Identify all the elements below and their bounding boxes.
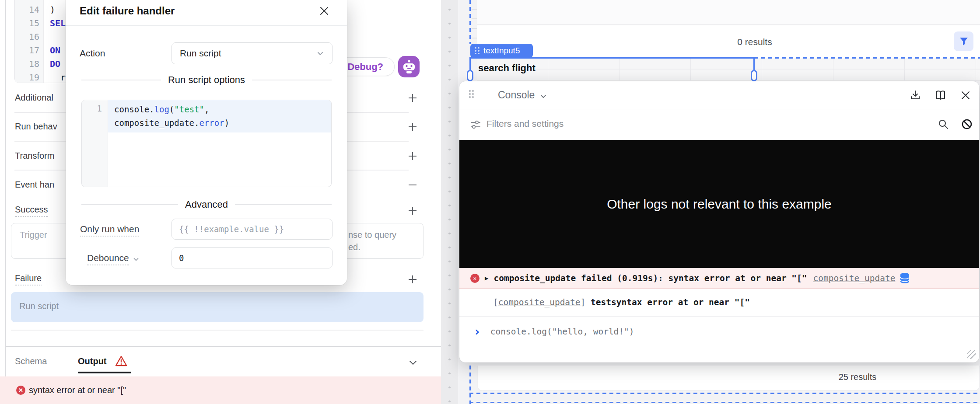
sql-code: DO [50,57,60,71]
filter-button[interactable] [954,31,973,51]
failure-handler-label: Run script [19,301,59,311]
add-button[interactable] [407,121,418,132]
table-grid [477,58,980,81]
filters-sliders-icon[interactable] [470,119,481,130]
drag-handle-icon[interactable] [475,47,480,55]
section-additional[interactable]: Additional [15,93,53,103]
funnel-icon [959,36,969,47]
console-log-placeholder-area: Other logs not relevant to this example [459,140,979,268]
error-log-text: composite_update failed (0.919s): syntax… [494,273,807,283]
console-input-history[interactable]: console.log("hello, world!") [490,327,634,337]
active-tab-underline [78,372,131,373]
output-error-bar: ✕ syntax error at or near "[" [0,376,441,404]
console-error-log-row[interactable]: ✕ ▶ composite_update failed (0.919s): sy… [459,268,979,289]
success-hint-fragment: nse to query ed. [348,229,396,253]
run-script-options-divider: Run script options [81,74,332,86]
trigger-placeholder: Trigger [20,230,47,240]
failure-handler-item[interactable]: Run script [11,292,424,322]
tab-output[interactable]: Output [78,356,107,366]
chevron-down-icon [133,256,140,263]
text-input-value[interactable]: search flight [478,63,536,74]
line-number: 16 [15,30,39,44]
debounce-input[interactable] [172,247,332,268]
console-filters-row: Filters and settings [459,109,979,140]
drag-handle-icon[interactable] [469,90,474,98]
collapse-button[interactable] [407,179,418,191]
code-line: console.log("test", [114,103,209,116]
panel-resize-handle[interactable] [967,350,976,359]
component-label-textinput5[interactable]: textInput5 [470,44,533,58]
console-log-row[interactable]: [composite_update] testsyntax error at o… [459,289,979,316]
chevron-down-icon[interactable] [407,356,419,369]
panel-divider [6,346,441,347]
log-text: testsyntax error at or near "[" [585,297,750,307]
canvas-gutter-dots [441,0,458,404]
section-event-handlers[interactable]: Event han [15,180,54,190]
debounce-label-row[interactable]: Debounce [87,253,140,265]
failure-label: Failure [15,273,42,286]
code-editor-gutter: 1 [82,100,108,187]
advanced-divider: Advanced [81,199,332,210]
output-error-text: syntax error at or near "[" [29,385,126,395]
error-circle-icon: ✕ [16,386,25,395]
table-header-area [477,0,980,25]
divider [11,330,424,331]
output-warning-icon [115,355,128,367]
line-number: 1 [82,104,102,113]
action-label: Action [80,48,105,59]
resize-handle-right[interactable] [751,70,757,81]
selection-dashed-line [469,393,980,394]
line-number: 17 [15,44,39,57]
edit-failure-handler-modal: Edit failure handler Action Run script R… [66,0,347,285]
add-success-handler-button[interactable] [407,205,418,216]
script-code-editor[interactable]: 1 console.log("test", composite_update.e… [81,100,332,187]
chevron-down-icon [316,49,324,57]
add-button[interactable] [407,92,418,104]
sql-code: SEL [50,17,66,30]
line-number: 18 [15,57,39,71]
query-link[interactable]: composite_update [498,297,581,307]
console-placeholder-text: Other logs not relevant to this example [607,197,832,212]
filters-label[interactable]: Filters and settings [486,118,564,129]
console-title[interactable]: Console [498,89,535,101]
robot-icon [402,60,416,74]
close-icon[interactable] [318,5,330,17]
query-link[interactable]: composite_update [813,273,896,283]
console-prompt-row[interactable]: › console.log("hello, world!") [459,316,979,347]
left-panel-border [5,0,6,404]
ai-assistant-button[interactable] [398,56,420,77]
only-run-when-input[interactable] [172,219,332,240]
line-number: 19 [15,71,39,83]
section-run-behavior[interactable]: Run behav [15,122,57,132]
section-transformer[interactable]: Transform [15,151,54,161]
close-icon[interactable] [959,89,972,101]
debug-chip-label: . Debug? [342,61,383,73]
clear-console-icon[interactable] [961,118,973,130]
add-failure-handler-button[interactable] [407,274,418,285]
only-run-when-label: Only run when [80,224,139,237]
error-circle-icon: ✕ [470,274,480,283]
results-count-bottom: 25 results [805,372,910,382]
tab-schema[interactable]: Schema [15,356,47,366]
code-line: composite_update.error) [114,116,229,130]
sql-code: ) [50,3,55,17]
search-icon[interactable] [937,118,949,130]
bracket: ] [581,297,586,307]
modal-title: Edit failure handler [80,5,175,17]
prompt-chevron-icon: › [473,327,481,336]
resize-handle-left[interactable] [467,70,473,81]
download-icon[interactable] [909,89,921,101]
database-icon [900,272,910,284]
console-panel: Console Filters and settings [459,81,979,362]
add-button[interactable] [407,150,418,162]
expand-triangle-icon[interactable]: ▶ [485,275,488,282]
bracket: [ [493,297,498,307]
chevron-down-icon[interactable] [539,92,548,101]
line-number: 15 [15,17,39,30]
docs-book-icon[interactable] [934,89,947,101]
debounce-label: Debounce [87,253,129,265]
action-select[interactable]: Run script [172,42,332,64]
console-header: Console [459,81,979,109]
selection-dashed-top [754,57,980,59]
results-count-top: 0 results [700,37,809,47]
